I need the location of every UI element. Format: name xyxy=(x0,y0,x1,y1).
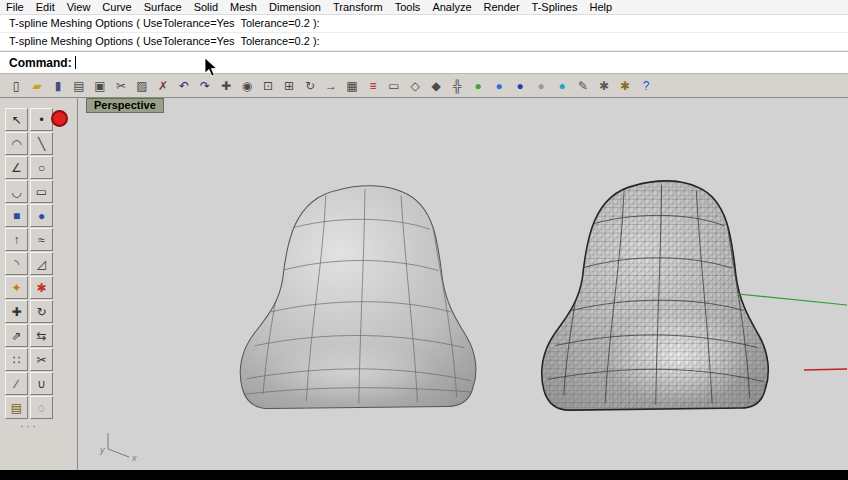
options-gear-icon[interactable]: ✱ xyxy=(595,77,613,95)
save-file-icon[interactable]: ▮ xyxy=(49,77,67,95)
split-tool-icon[interactable]: ∕ xyxy=(5,372,28,395)
ghosted-view-icon[interactable]: ● xyxy=(532,77,550,95)
main-area: ↖ • ◠ ╲ ∠ ○ ◡ ▭ ■ ● ↑ ≈ ◝ ◿ ✦ ✱ ✚ ↻ ⇗ ⇆ … xyxy=(0,98,848,470)
command-prompt[interactable]: Command: xyxy=(0,52,848,74)
undo-icon[interactable]: ↶ xyxy=(175,77,193,95)
menu-mesh[interactable]: Mesh xyxy=(224,1,263,13)
rotate-view-icon[interactable]: ↻ xyxy=(301,77,319,95)
menu-bar: File Edit View Curve Surface Solid Mesh … xyxy=(0,0,848,15)
osnap-icon[interactable]: ◇ xyxy=(406,77,424,95)
polyline-tool-icon[interactable]: ∠ xyxy=(5,156,28,179)
layer-table-icon[interactable]: ▦ xyxy=(343,77,361,95)
render-icon[interactable]: ● xyxy=(511,77,529,95)
command-history-line: T-spline Meshing Options ( UseTolerance=… xyxy=(0,33,848,51)
command-prompt-label: Command: xyxy=(9,56,72,70)
trim-tool-icon[interactable]: ✂ xyxy=(30,348,53,371)
help-icon[interactable]: ? xyxy=(637,77,655,95)
sphere-tool-icon[interactable]: ● xyxy=(30,204,53,227)
fillet-tool-icon[interactable]: ◝ xyxy=(5,252,28,275)
new-file-icon[interactable]: ▯ xyxy=(7,77,25,95)
rhino-tsplines-window: { "menu": { "items": ["File","Edit","Vie… xyxy=(0,0,848,480)
line-tool-icon[interactable]: ╲ xyxy=(30,132,53,155)
array-tool-icon[interactable]: ∷ xyxy=(5,348,28,371)
svg-text:y: y xyxy=(99,445,105,455)
tool-sidebar: ↖ • ◠ ╲ ∠ ○ ◡ ▭ ■ ● ↑ ≈ ◝ ◿ ✦ ✱ ✚ ↻ ⇗ ⇆ … xyxy=(0,98,78,470)
menu-curve[interactable]: Curve xyxy=(96,1,137,13)
ortho-icon[interactable]: ╬ xyxy=(448,77,466,95)
seat-model-shaded xyxy=(240,186,476,409)
grid-axis-y-green xyxy=(738,294,847,305)
move-tool-icon[interactable]: ✚ xyxy=(5,300,28,323)
zoom-dynamic-icon[interactable]: ◉ xyxy=(238,77,256,95)
select-pointer-icon[interactable]: ↖ xyxy=(5,108,28,131)
circle-tool-icon[interactable]: ○ xyxy=(30,156,53,179)
command-history-line: T-spline Meshing Options ( UseTolerance=… xyxy=(0,15,848,33)
rotate-tool-icon[interactable]: ↻ xyxy=(30,300,53,323)
paste-icon[interactable]: ▨ xyxy=(133,77,151,95)
mirror-tool-icon[interactable]: ⇆ xyxy=(30,324,53,347)
extrude-tool-icon[interactable]: ↑ xyxy=(5,228,28,251)
scale-tool-icon[interactable]: ⇗ xyxy=(5,324,28,347)
box-tool-icon[interactable]: ■ xyxy=(5,204,28,227)
move-icon[interactable]: → xyxy=(322,77,340,95)
shaded-view-icon[interactable]: ● xyxy=(469,77,487,95)
point-tool-icon[interactable]: • xyxy=(30,108,53,131)
named-views-icon[interactable]: ▭ xyxy=(385,77,403,95)
menu-dimension[interactable]: Dimension xyxy=(263,1,327,13)
arc-tool-icon[interactable]: ◡ xyxy=(5,180,28,203)
delete-icon[interactable]: ✗ xyxy=(154,77,172,95)
record-indicator-icon xyxy=(51,110,68,127)
tsplines-smooth-icon[interactable]: ✱ xyxy=(30,276,53,299)
pan-view-icon[interactable]: ✚ xyxy=(217,77,235,95)
tsplines-convert-icon[interactable]: ✦ xyxy=(5,276,28,299)
hide-tool-icon[interactable]: ◌ xyxy=(30,396,53,419)
perspective-viewport[interactable]: Perspective xyxy=(78,98,848,470)
bottom-black-strip xyxy=(0,470,848,480)
viewport-title-tab[interactable]: Perspective xyxy=(86,98,164,113)
grid-snap-icon[interactable]: ◆ xyxy=(427,77,445,95)
menu-render[interactable]: Render xyxy=(478,1,526,13)
seat-model-meshed xyxy=(542,181,769,410)
print-icon[interactable]: ▤ xyxy=(70,77,88,95)
standard-toolbar: ▯ ▰ ▮ ▤ ▣ ✂ ▨ ✗ ↶ ↷ ✚ ◉ ⊡ ⊞ ↻ → ▦ ≡ ▭ ◇ … xyxy=(0,74,848,98)
redo-icon[interactable]: ↷ xyxy=(196,77,214,95)
menu-surface[interactable]: Surface xyxy=(138,1,188,13)
layers-tool-icon[interactable]: ▤ xyxy=(5,396,28,419)
curve-tool-icon[interactable]: ◠ xyxy=(5,132,28,155)
rectangle-tool-icon[interactable]: ▭ xyxy=(30,180,53,203)
menu-view[interactable]: View xyxy=(61,1,97,13)
cut-icon[interactable]: ✂ xyxy=(112,77,130,95)
zoom-window-icon[interactable]: ⊡ xyxy=(259,77,277,95)
text-caret xyxy=(75,56,76,69)
open-file-icon[interactable]: ▰ xyxy=(28,77,46,95)
rendered-view-icon[interactable]: ● xyxy=(490,77,508,95)
join-tool-icon[interactable]: ∪ xyxy=(30,372,53,395)
menu-help[interactable]: Help xyxy=(583,1,618,13)
chamfer-tool-icon[interactable]: ◿ xyxy=(30,252,53,275)
command-history: T-spline Meshing Options ( UseTolerance=… xyxy=(0,15,848,52)
xray-view-icon[interactable]: ● xyxy=(553,77,571,95)
menu-edit[interactable]: Edit xyxy=(30,1,61,13)
menu-transform[interactable]: Transform xyxy=(327,1,389,13)
script-editor-icon[interactable]: ✎ xyxy=(574,77,592,95)
zoom-extents-icon[interactable]: ⊞ xyxy=(280,77,298,95)
tsplines-options-icon[interactable]: ✱ xyxy=(616,77,634,95)
viewport-canvas: y x xyxy=(78,98,847,470)
menu-tsplines[interactable]: T-Splines xyxy=(526,1,584,13)
menu-solid[interactable]: Solid xyxy=(188,1,224,13)
menu-analyze[interactable]: Analyze xyxy=(426,1,477,13)
more-tools-dots[interactable]: · · · xyxy=(5,420,51,432)
copy-icon[interactable]: ▣ xyxy=(91,77,109,95)
menu-tools[interactable]: Tools xyxy=(389,1,427,13)
loft-tool-icon[interactable]: ≈ xyxy=(30,228,53,251)
object-properties-icon[interactable]: ≡ xyxy=(364,77,382,95)
menu-file[interactable]: File xyxy=(0,1,30,13)
svg-text:x: x xyxy=(131,453,137,463)
world-axes-icon: y x xyxy=(99,433,137,463)
grid-axis-x-red xyxy=(804,369,847,370)
